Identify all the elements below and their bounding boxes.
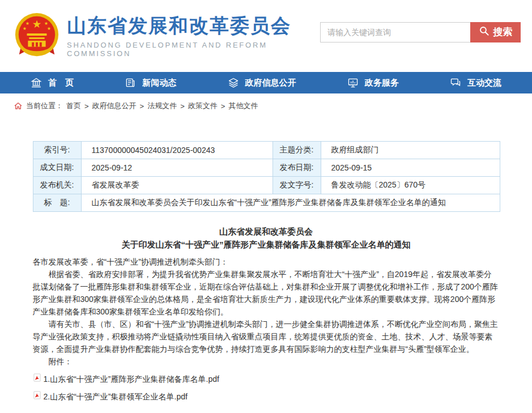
monitor-icon [347, 77, 359, 88]
meta-label-topic-category: 主题分类: [273, 142, 321, 159]
meta-label-index-no: 索引号: [33, 142, 81, 159]
body-paragraph-1: 根据省委、省政府安排部署，为提升我省优势产业集群集聚发展水平，不断培育壮大“十强… [33, 268, 500, 318]
attachment-item: 1.山东省“十强产业”雁阵形产业集群储备库名单.pdf [33, 373, 500, 385]
meta-value-index-no: 113700000045024031/2025-00243 [81, 142, 273, 159]
breadcrumb-item-other-files[interactable]: 其他文件 [228, 101, 258, 111]
body-paragraph-2: 请有关市、县（市、区）和省“十强产业”协调推进机制牵头部门，进一步健全集群协调推… [33, 318, 500, 355]
attachment-label: 附件： [33, 355, 500, 368]
meta-label-title: 标 题: [33, 194, 81, 212]
site-subtitle: SHANDONG DEVELOPMENT AND REFORM COMMISSI… [67, 41, 320, 58]
document-heading-line1: 山东省发展和改革委员会 [33, 225, 500, 238]
nav-item-info-disclosure[interactable]: 政府信息公开 [228, 77, 296, 88]
meta-label-publish-date: 发布日期: [273, 159, 321, 177]
pdf-icon [33, 373, 41, 385]
search-button-label: 搜索 [493, 25, 513, 39]
breadcrumb-separator: > [221, 102, 225, 110]
bank-icon [31, 77, 42, 88]
search-button[interactable]: 搜索 [470, 22, 521, 42]
nav-item-label: 政务服务 [365, 78, 399, 88]
search-icon [479, 25, 490, 39]
svg-text:★: ★ [44, 21, 48, 26]
document-page: 索引号: 113700000045024031/2025-00243 主题分类:… [33, 141, 500, 413]
breadcrumb-prefix: 当前位置： [26, 101, 63, 111]
breadcrumb-separator: > [180, 102, 185, 110]
breadcrumb-separator: > [84, 102, 89, 110]
meta-label-document-number: 发文字号: [273, 177, 321, 194]
site-titles: 山东省发展和改革委员会 SHANDONG DEVELOPMENT AND REF… [67, 14, 320, 57]
document-heading-line2: 关于印发山东省“十强产业”雁阵形产业集群储备库及集群领军企业名单的通知 [33, 238, 500, 251]
nav-item-label: 新闻动态 [142, 78, 176, 88]
meta-value-document-number: 鲁发改动能〔2025〕670号 [321, 177, 500, 194]
home-icon [14, 101, 23, 110]
table-row: 索引号: 113700000045024031/2025-00243 主题分类:… [33, 142, 500, 159]
breadcrumb-item-info-disclosure[interactable]: 政府信息公开 [92, 101, 137, 111]
nav-item-news[interactable]: 新闻动态 [125, 77, 176, 88]
nav-item-services[interactable]: 政务服务 [347, 77, 399, 88]
nav-item-label: 首 页 [48, 78, 74, 88]
document-meta-table: 索引号: 113700000045024031/2025-00243 主题分类:… [33, 141, 500, 212]
site-header: ★ ★ ★ ★ ★ 山东省发展和改革委员会 SHANDONG DEVELOPME… [0, 0, 532, 72]
table-row: 成文日期: 2025-09-12 发布日期: 2025-09-15 [33, 159, 500, 177]
news-icon [125, 77, 136, 88]
search-box: 搜索 [320, 22, 521, 42]
nav-item-label: 互动交流 [467, 78, 501, 88]
site-title: 山东省发展和改革委员会 [67, 15, 320, 36]
table-row: 发布机关: 省发展改革委 发文字号: 鲁发改动能〔2025〕670号 [33, 177, 500, 194]
page: ★ ★ ★ ★ ★ 山东省发展和改革委员会 SHANDONG DEVELOPME… [0, 0, 532, 413]
meta-value-title: 山东省发展和改革委员会关于印发山东省“十强产业”雁阵形产业集群储备库及集群领军企… [81, 194, 500, 212]
salutation: 各市发展改革委，省“十强产业”协调推进机制牵头部门： [33, 256, 500, 268]
svg-text:★: ★ [32, 18, 42, 30]
svg-text:★: ★ [47, 26, 51, 31]
layers-icon [228, 77, 239, 88]
attachment-link-cluster-reserve-list[interactable]: 1.山东省“十强产业”雁阵形产业集群储备库名单.pdf [44, 373, 219, 385]
logo-area: ★ ★ ★ ★ ★ 山东省发展和改革委员会 SHANDONG DEVELOPME… [14, 12, 320, 60]
breadcrumb-item-regulation-files[interactable]: 法规文件 [147, 101, 177, 111]
breadcrumb-item-policy-files[interactable]: 政策文件 [188, 101, 218, 111]
breadcrumb-separator: > [140, 102, 144, 110]
table-row: 标 题: 山东省发展和改革委员会关于印发山东省“十强产业”雁阵形产业集群储备库及… [33, 194, 500, 212]
national-emblem-logo: ★ ★ ★ ★ ★ [14, 12, 60, 60]
search-input[interactable] [320, 22, 470, 42]
document-body: 各市发展改革委，省“十强产业”协调推进机制牵头部门： 根据省委、省政府安排部署，… [33, 256, 500, 413]
pdf-icon [33, 390, 41, 403]
nav-item-label: 政府信息公开 [245, 78, 296, 88]
meta-value-publish-date: 2025-09-15 [321, 159, 500, 177]
svg-text:★: ★ [25, 21, 29, 26]
attachment-item: 2.山东省“十强产业”集群领军企业名单.pdf [33, 390, 500, 403]
nav-item-home[interactable]: 首 页 [31, 77, 74, 88]
breadcrumb: 当前位置： 首页 > 政府信息公开 > 法规文件 > 政策文件 > 其他文件 [0, 93, 532, 111]
chat-icon [450, 77, 461, 88]
meta-label-written-date: 成文日期: [33, 159, 81, 177]
meta-value-topic-category: 政府组成部门 [321, 142, 500, 159]
meta-value-written-date: 2025-09-12 [81, 159, 273, 177]
meta-label-issuing-agency: 发布机关: [33, 177, 81, 194]
meta-value-issuing-agency: 省发展改革委 [81, 177, 273, 194]
main-nav: 首 页 新闻动态 政府信息公开 [0, 72, 532, 93]
nav-item-interaction[interactable]: 互动交流 [450, 77, 501, 88]
document-heading: 山东省发展和改革委员会 关于印发山东省“十强产业”雁阵形产业集群储备库及集群领军… [33, 225, 500, 251]
attachment-link-leading-enterprise-list[interactable]: 2.山东省“十强产业”集群领军企业名单.pdf [44, 390, 188, 403]
svg-text:★: ★ [23, 26, 27, 31]
breadcrumb-item-home[interactable]: 首页 [66, 101, 81, 111]
